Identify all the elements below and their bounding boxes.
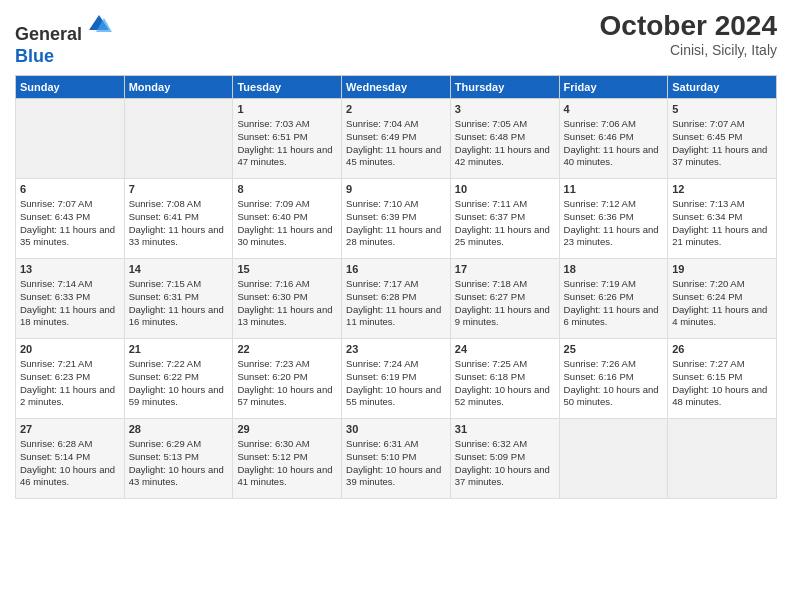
sunset-text: Sunset: 5:12 PM bbox=[237, 451, 307, 462]
calendar-cell: 9Sunrise: 7:10 AMSunset: 6:39 PMDaylight… bbox=[342, 179, 451, 259]
calendar-cell: 20Sunrise: 7:21 AMSunset: 6:23 PMDayligh… bbox=[16, 339, 125, 419]
daylight-text: Daylight: 11 hours and 25 minutes. bbox=[455, 224, 550, 248]
day-number: 11 bbox=[564, 182, 664, 197]
sunset-text: Sunset: 6:34 PM bbox=[672, 211, 742, 222]
day-number: 9 bbox=[346, 182, 446, 197]
weekday-header-saturday: Saturday bbox=[668, 76, 777, 99]
sunset-text: Sunset: 6:19 PM bbox=[346, 371, 416, 382]
day-number: 29 bbox=[237, 422, 337, 437]
day-number: 10 bbox=[455, 182, 555, 197]
sunrise-text: Sunrise: 7:07 AM bbox=[672, 118, 744, 129]
calendar-cell: 8Sunrise: 7:09 AMSunset: 6:40 PMDaylight… bbox=[233, 179, 342, 259]
logo-blue: Blue bbox=[15, 46, 54, 66]
calendar-cell: 3Sunrise: 7:05 AMSunset: 6:48 PMDaylight… bbox=[450, 99, 559, 179]
sunset-text: Sunset: 6:51 PM bbox=[237, 131, 307, 142]
weekday-header-monday: Monday bbox=[124, 76, 233, 99]
calendar-cell: 12Sunrise: 7:13 AMSunset: 6:34 PMDayligh… bbox=[668, 179, 777, 259]
calendar-cell: 11Sunrise: 7:12 AMSunset: 6:36 PMDayligh… bbox=[559, 179, 668, 259]
calendar-cell: 13Sunrise: 7:14 AMSunset: 6:33 PMDayligh… bbox=[16, 259, 125, 339]
daylight-text: Daylight: 10 hours and 57 minutes. bbox=[237, 384, 332, 408]
day-number: 22 bbox=[237, 342, 337, 357]
daylight-text: Daylight: 10 hours and 41 minutes. bbox=[237, 464, 332, 488]
day-number: 14 bbox=[129, 262, 229, 277]
day-number: 21 bbox=[129, 342, 229, 357]
daylight-text: Daylight: 11 hours and 11 minutes. bbox=[346, 304, 441, 328]
sunrise-text: Sunrise: 7:09 AM bbox=[237, 198, 309, 209]
calendar-cell: 28Sunrise: 6:29 AMSunset: 5:13 PMDayligh… bbox=[124, 419, 233, 499]
calendar-row-3: 20Sunrise: 7:21 AMSunset: 6:23 PMDayligh… bbox=[16, 339, 777, 419]
sunset-text: Sunset: 6:23 PM bbox=[20, 371, 90, 382]
day-number: 1 bbox=[237, 102, 337, 117]
sunset-text: Sunset: 6:27 PM bbox=[455, 291, 525, 302]
weekday-header-friday: Friday bbox=[559, 76, 668, 99]
sunset-text: Sunset: 5:14 PM bbox=[20, 451, 90, 462]
sunrise-text: Sunrise: 7:06 AM bbox=[564, 118, 636, 129]
daylight-text: Daylight: 10 hours and 55 minutes. bbox=[346, 384, 441, 408]
calendar-cell: 14Sunrise: 7:15 AMSunset: 6:31 PMDayligh… bbox=[124, 259, 233, 339]
day-number: 20 bbox=[20, 342, 120, 357]
sunrise-text: Sunrise: 7:26 AM bbox=[564, 358, 636, 369]
calendar-cell: 19Sunrise: 7:20 AMSunset: 6:24 PMDayligh… bbox=[668, 259, 777, 339]
daylight-text: Daylight: 11 hours and 42 minutes. bbox=[455, 144, 550, 168]
calendar-cell: 24Sunrise: 7:25 AMSunset: 6:18 PMDayligh… bbox=[450, 339, 559, 419]
sunset-text: Sunset: 6:18 PM bbox=[455, 371, 525, 382]
day-number: 13 bbox=[20, 262, 120, 277]
daylight-text: Daylight: 11 hours and 13 minutes. bbox=[237, 304, 332, 328]
calendar-cell: 17Sunrise: 7:18 AMSunset: 6:27 PMDayligh… bbox=[450, 259, 559, 339]
sunset-text: Sunset: 6:37 PM bbox=[455, 211, 525, 222]
sunrise-text: Sunrise: 7:17 AM bbox=[346, 278, 418, 289]
sunset-text: Sunset: 6:43 PM bbox=[20, 211, 90, 222]
sunrise-text: Sunrise: 7:10 AM bbox=[346, 198, 418, 209]
day-number: 26 bbox=[672, 342, 772, 357]
calendar-cell: 4Sunrise: 7:06 AMSunset: 6:46 PMDaylight… bbox=[559, 99, 668, 179]
sunset-text: Sunset: 6:33 PM bbox=[20, 291, 90, 302]
day-number: 6 bbox=[20, 182, 120, 197]
header: General Blue October 2024 Cinisi, Sicily… bbox=[15, 10, 777, 67]
logo-general: General bbox=[15, 24, 82, 44]
daylight-text: Daylight: 10 hours and 59 minutes. bbox=[129, 384, 224, 408]
sunrise-text: Sunrise: 7:15 AM bbox=[129, 278, 201, 289]
sunset-text: Sunset: 6:28 PM bbox=[346, 291, 416, 302]
calendar-cell: 21Sunrise: 7:22 AMSunset: 6:22 PMDayligh… bbox=[124, 339, 233, 419]
sunrise-text: Sunrise: 7:18 AM bbox=[455, 278, 527, 289]
logo: General Blue bbox=[15, 10, 114, 67]
calendar-row-2: 13Sunrise: 7:14 AMSunset: 6:33 PMDayligh… bbox=[16, 259, 777, 339]
day-number: 2 bbox=[346, 102, 446, 117]
day-number: 3 bbox=[455, 102, 555, 117]
calendar-cell bbox=[16, 99, 125, 179]
day-number: 15 bbox=[237, 262, 337, 277]
weekday-header-sunday: Sunday bbox=[16, 76, 125, 99]
sunrise-text: Sunrise: 7:03 AM bbox=[237, 118, 309, 129]
weekday-header-thursday: Thursday bbox=[450, 76, 559, 99]
calendar-cell: 7Sunrise: 7:08 AMSunset: 6:41 PMDaylight… bbox=[124, 179, 233, 259]
daylight-text: Daylight: 11 hours and 23 minutes. bbox=[564, 224, 659, 248]
title-block: October 2024 Cinisi, Sicily, Italy bbox=[600, 10, 777, 58]
calendar-cell: 1Sunrise: 7:03 AMSunset: 6:51 PMDaylight… bbox=[233, 99, 342, 179]
sunset-text: Sunset: 5:13 PM bbox=[129, 451, 199, 462]
calendar-row-0: 1Sunrise: 7:03 AMSunset: 6:51 PMDaylight… bbox=[16, 99, 777, 179]
calendar-row-4: 27Sunrise: 6:28 AMSunset: 5:14 PMDayligh… bbox=[16, 419, 777, 499]
sunrise-text: Sunrise: 6:28 AM bbox=[20, 438, 92, 449]
sunset-text: Sunset: 6:46 PM bbox=[564, 131, 634, 142]
calendar-cell: 2Sunrise: 7:04 AMSunset: 6:49 PMDaylight… bbox=[342, 99, 451, 179]
day-number: 27 bbox=[20, 422, 120, 437]
sunrise-text: Sunrise: 7:07 AM bbox=[20, 198, 92, 209]
sunset-text: Sunset: 6:39 PM bbox=[346, 211, 416, 222]
day-number: 16 bbox=[346, 262, 446, 277]
daylight-text: Daylight: 11 hours and 28 minutes. bbox=[346, 224, 441, 248]
sunset-text: Sunset: 5:09 PM bbox=[455, 451, 525, 462]
calendar-row-1: 6Sunrise: 7:07 AMSunset: 6:43 PMDaylight… bbox=[16, 179, 777, 259]
main-container: General Blue October 2024 Cinisi, Sicily… bbox=[0, 0, 792, 509]
calendar-cell: 23Sunrise: 7:24 AMSunset: 6:19 PMDayligh… bbox=[342, 339, 451, 419]
sunrise-text: Sunrise: 7:23 AM bbox=[237, 358, 309, 369]
daylight-text: Daylight: 10 hours and 46 minutes. bbox=[20, 464, 115, 488]
daylight-text: Daylight: 10 hours and 50 minutes. bbox=[564, 384, 659, 408]
daylight-text: Daylight: 11 hours and 2 minutes. bbox=[20, 384, 115, 408]
sunrise-text: Sunrise: 6:32 AM bbox=[455, 438, 527, 449]
sunrise-text: Sunrise: 7:27 AM bbox=[672, 358, 744, 369]
day-number: 30 bbox=[346, 422, 446, 437]
day-number: 24 bbox=[455, 342, 555, 357]
sunrise-text: Sunrise: 7:05 AM bbox=[455, 118, 527, 129]
calendar-cell: 16Sunrise: 7:17 AMSunset: 6:28 PMDayligh… bbox=[342, 259, 451, 339]
calendar-table: SundayMondayTuesdayWednesdayThursdayFrid… bbox=[15, 75, 777, 499]
